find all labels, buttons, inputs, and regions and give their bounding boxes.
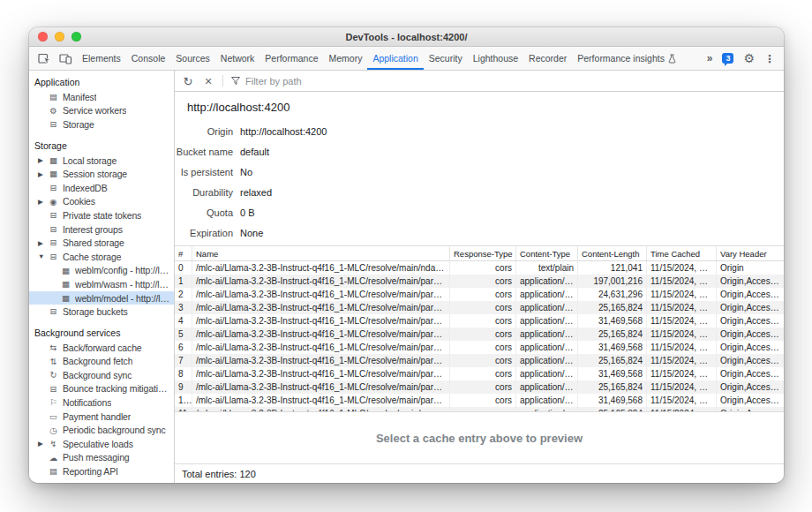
sidebar-item-label: Push messaging (63, 452, 130, 463)
refresh-icon[interactable] (179, 73, 197, 89)
cell-vary: Origin,Access… (717, 341, 784, 354)
chevron-right-icon[interactable]: ▶ (38, 170, 48, 178)
sidebar-item-push-messaging[interactable]: ☁Push messaging (29, 451, 174, 465)
tab-application[interactable]: Application (367, 47, 423, 70)
sidebar-item-shared-storage[interactable]: ▶⊟Shared storage (29, 236, 174, 250)
cell-name: /mlc-ai/Llama-3.2-3B-Instruct-q4f16_1-ML… (192, 380, 450, 394)
sidebar-item-label: Bounce tracking mitigations (63, 383, 172, 394)
minimize-button[interactable] (55, 32, 64, 41)
cache-entry-row[interactable]: 5/mlc-ai/Llama-3.2-3B-Instruct-q4f16_1-M… (175, 328, 784, 341)
more-tabs-button[interactable]: » (707, 52, 713, 64)
cache-entry-row[interactable]: 10/mlc-ai/Llama-3.2-3B-Instruct-q4f16_1-… (175, 394, 784, 407)
chevron-right-icon[interactable]: ▶ (38, 198, 48, 206)
sidebar-item-weblm-model-http-loc[interactable]: ▦weblm/model - http://loc… (29, 291, 174, 305)
cell-time_cached: 11/15/2024, 10… (647, 341, 717, 354)
sidebar-item-payment-handler[interactable]: ▭Payment handler (29, 410, 174, 424)
tab-label: Recorder (529, 53, 567, 64)
cell-content_length: 25,165,824 (578, 380, 647, 394)
sidebar-item-label: Notifications (63, 397, 111, 408)
sidebar-item-speculative-loads[interactable]: ▶↯Speculative loads (29, 437, 174, 451)
delete-icon[interactable] (199, 73, 217, 89)
sidebar-item-background-fetch[interactable]: ⇅Background fetch (29, 355, 174, 369)
chevron-right-icon[interactable]: ▶ (38, 239, 48, 247)
meta-label: Is persistent (175, 167, 233, 177)
window-controls (38, 32, 81, 41)
cache-entry-row[interactable]: 9/mlc-ai/Llama-3.2-3B-Instruct-q4f16_1-M… (175, 380, 784, 394)
sidebar-item-indexeddb[interactable]: ⊟IndexedDB (29, 181, 174, 195)
column-header-response-type: Response-Type (450, 246, 516, 260)
chevron-right-icon[interactable]: ▶ (38, 156, 48, 164)
sidebar-item-periodic-background-sync[interactable]: ◷Periodic background sync (29, 423, 174, 437)
device-toolbar-icon[interactable] (57, 50, 73, 66)
tab-label: Elements (82, 53, 121, 64)
sidebar-item-interest-groups[interactable]: ⊟Interest groups (29, 222, 174, 237)
tab-console[interactable]: Console (126, 47, 171, 70)
sidebar-item-cookies[interactable]: ▶◉Cookies (29, 195, 174, 209)
settings-gear-icon[interactable] (743, 50, 755, 66)
sidebar-item-weblm-config-http-loc[interactable]: ▦weblm/config - http://loc… (29, 264, 174, 278)
sidebar-item-background-sync[interactable]: ↻Background sync (29, 368, 174, 382)
tab-recorder[interactable]: Recorder (523, 47, 572, 70)
cache-entry-row[interactable]: 7/mlc-ai/Llama-3.2-3B-Instruct-q4f16_1-M… (175, 354, 784, 367)
sidebar-item-label: Reporting API (63, 466, 118, 477)
cell-content_type: application/oc… (516, 354, 578, 367)
tab-security[interactable]: Security (424, 47, 468, 70)
sidebar-item-private-state-tokens[interactable]: ⊟Private state tokens (29, 208, 174, 222)
filter-by-path-input[interactable]: Filter by path (245, 76, 302, 87)
database-icon: ⊟ (48, 252, 59, 261)
cell-response_type: cors (450, 341, 516, 354)
tab-sources[interactable]: Sources (170, 47, 215, 70)
cache-entry-row[interactable]: 0/mlc-ai/Llama-3.2-3B-Instruct-q4f16_1-M… (175, 261, 784, 275)
sidebar-item-notifications[interactable]: ⚐Notifications (29, 395, 174, 410)
tab-performance[interactable]: Performance (259, 47, 323, 70)
sidebar-item-label: Cache storage (63, 252, 121, 262)
close-button[interactable] (38, 32, 48, 41)
cache-entry-row[interactable]: 4/mlc-ai/Llama-3.2-3B-Instruct-q4f16_1-M… (175, 314, 784, 328)
sidebar-item-bounce-tracking-mitigations[interactable]: ⊟Bounce tracking mitigations (29, 382, 174, 396)
sidebar-item-storage[interactable]: ⊟Storage (29, 117, 174, 132)
filter-icon[interactable] (230, 76, 241, 86)
cache-entry-row[interactable]: 3/mlc-ai/Llama-3.2-3B-Instruct-q4f16_1-M… (175, 301, 784, 314)
cache-entry-row[interactable]: 6/mlc-ai/Llama-3.2-3B-Instruct-q4f16_1-M… (175, 341, 784, 354)
tab-lighthouse[interactable]: Lighthouse (468, 47, 523, 70)
cell-vary: Origin,Access… (717, 288, 784, 301)
card-icon: ▭ (48, 412, 59, 421)
window-title: DevTools - localhost:4200/ (29, 32, 784, 42)
sidebar-item-label: weblm/wasm - http://loca… (75, 279, 172, 290)
sidebar-item-reporting-api[interactable]: ▤Reporting API (29, 464, 174, 478)
kebab-menu-icon[interactable] (764, 50, 775, 66)
sidebar-item-local-storage[interactable]: ▶▦Local storage (29, 154, 174, 168)
chevron-down-icon[interactable]: ▼ (38, 252, 48, 260)
cell-time_cached: 11/15/2024, 10… (647, 288, 717, 301)
sidebar-item-weblm-wasm-http-loca[interactable]: ▦weblm/wasm - http://loca… (29, 277, 174, 291)
cache-entry-row[interactable]: 8/mlc-ai/Llama-3.2-3B-Instruct-q4f16_1-M… (175, 367, 784, 380)
sidebar-item-back-forward-cache[interactable]: ⇆Back/forward cache (29, 341, 174, 355)
cell-content_type: text/plain (516, 261, 578, 275)
sidebar-item-label: Service workers (63, 105, 126, 116)
meta-row-quota: Quota0 B (175, 202, 784, 222)
zoom-button[interactable] (71, 32, 81, 41)
cell-index: 2 (175, 288, 192, 301)
document-icon: ▤ (48, 467, 59, 476)
sidebar-item-cache-storage[interactable]: ▼⊟Cache storage (29, 250, 174, 264)
sidebar-item-manifest[interactable]: ▤Manifest (29, 90, 174, 104)
tab-network[interactable]: Network (215, 47, 260, 70)
inspect-element-icon[interactable] (36, 50, 52, 66)
sidebar-item-session-storage[interactable]: ▶▦Session storage (29, 167, 174, 181)
cache-entry-row[interactable]: 1/mlc-ai/Llama-3.2-3B-Instruct-q4f16_1-M… (175, 275, 784, 288)
tab-elements[interactable]: Elements (77, 47, 126, 70)
sidebar-item-storage-buckets[interactable]: ⊟Storage buckets (29, 305, 174, 319)
cell-time_cached: 11/15/2024, 10… (647, 314, 717, 328)
tab-label: Network (221, 53, 255, 64)
chevron-right-icon[interactable]: ▶ (38, 440, 48, 448)
cell-time_cached: 11/15/2024, 10… (647, 354, 717, 367)
cache-entry-row[interactable]: 2/mlc-ai/Llama-3.2-3B-Instruct-q4f16_1-M… (175, 288, 784, 301)
sync-icon: ↻ (48, 371, 59, 380)
tab-performance-insights[interactable]: Performance insights (572, 47, 681, 70)
cell-index: 7 (175, 354, 192, 367)
table-icon: ▦ (60, 280, 71, 289)
sidebar-item-service-workers[interactable]: ⚙Service workers (29, 104, 174, 118)
messages-badge[interactable]: 3 (722, 53, 733, 64)
tab-strip: ElementsConsoleSourcesNetworkPerformance… (77, 47, 698, 70)
tab-memory[interactable]: Memory (323, 47, 367, 70)
